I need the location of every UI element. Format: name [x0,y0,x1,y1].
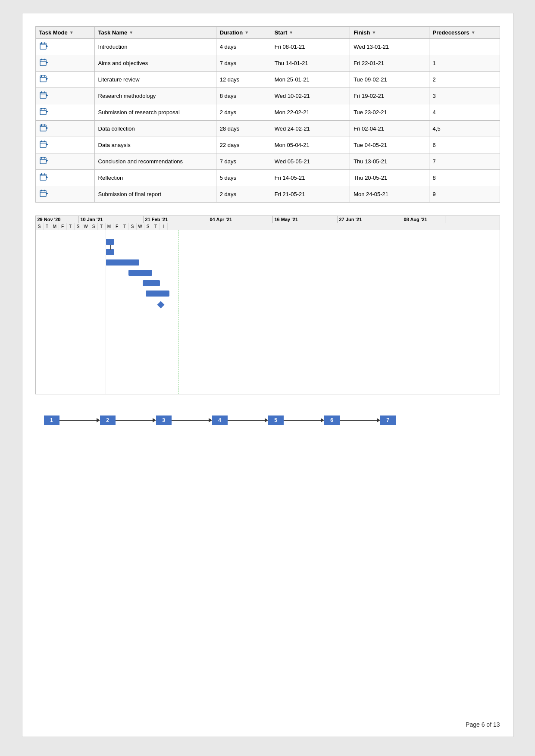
task-name-cell: Submission of research proposal [94,104,216,121]
task-finish-cell: Mon 24-05-21 [350,186,429,203]
svg-rect-11 [41,75,42,77]
task-mode-cell [35,104,94,121]
task-pred-cell: 6 [429,137,500,153]
svg-rect-22 [44,108,45,109]
th-task-name[interactable]: Task Name ▼ [94,27,216,39]
task-name-cell: Aims and objectives [94,55,216,72]
gantt-month-cell: 08 Aug '21 [402,216,445,223]
network-arrow-head [265,418,268,422]
sort-arrow-task-name: ▼ [129,30,133,35]
page-number: Page 6 of 13 [466,721,500,728]
table-row: Introduction 4 days Fri 08-01-21 Wed 13-… [35,39,500,55]
task-mode-cell [35,186,94,203]
gantt-month-cell: 27 Jun '21 [338,216,402,223]
task-mode-icon [39,172,49,182]
svg-rect-7 [44,59,45,60]
task-mode-cell [35,121,94,137]
network-arrow-line [59,420,97,421]
sort-arrow-finish: ▼ [372,30,376,35]
gantt-day-cell: W [137,223,144,230]
gantt-day-cell: S [129,223,137,230]
svg-rect-45 [40,191,46,197]
task-finish-cell: Tue 23-02-21 [350,104,429,121]
table-row: Aims and objectives 7 days Thu 14-01-21 … [35,55,500,72]
task-table: Task Mode ▼ Task Name ▼ Duration ▼ [35,26,500,203]
table-row: Reflection 5 days Fri 14-05-21 Thu 20-05… [35,170,500,186]
svg-rect-25 [40,125,46,131]
th-task-mode[interactable]: Task Mode ▼ [35,27,94,39]
task-mode-icon [39,91,49,100]
network-node: 6 [324,415,340,425]
svg-rect-41 [41,173,42,175]
gantt-day-cell: M [106,223,113,230]
svg-rect-36 [41,157,42,159]
task-mode-cell [35,170,94,186]
gantt-day-cell: S [75,223,82,230]
th-finish[interactable]: Finish ▼ [350,27,429,39]
network-arrow-line [284,420,321,421]
svg-rect-15 [40,92,46,98]
sort-arrow-start: ▼ [289,30,293,35]
task-start-cell: Wed 24-02-21 [271,121,350,137]
svg-rect-6 [41,59,42,60]
task-mode-cell [35,72,94,88]
network-diagram: 1234567 [35,403,500,437]
task-finish-cell: Fri 02-04-21 [350,121,429,137]
network-arrow-head [153,418,156,422]
task-start-cell: Fri 08-01-21 [271,39,350,55]
network-arrow-head [97,418,100,422]
task-duration-cell: 22 days [216,137,271,153]
task-start-cell: Fri 14-05-21 [271,170,350,186]
gantt-day-cell: W [82,223,90,230]
task-start-cell: Mon 05-04-21 [271,137,350,153]
task-mode-icon [39,107,49,116]
svg-rect-0 [40,43,46,49]
task-pred-cell: 9 [429,186,500,203]
gantt-day-cell: T [67,223,75,230]
gantt-day-cell: I [160,223,168,230]
network-node: 3 [156,415,172,425]
th-duration[interactable]: Duration ▼ [216,27,271,39]
gantt-day-cell: T [121,223,129,230]
task-start-cell: Fri 21-05-21 [271,186,350,203]
network-node: 7 [380,415,396,425]
task-duration-cell: 7 days [216,55,271,72]
task-name-cell: Data anaysis [94,137,216,153]
task-start-cell: Wed 05-05-21 [271,153,350,170]
task-name-cell: Literature review [94,72,216,88]
task-duration-cell: 4 days [216,39,271,55]
task-duration-cell: 7 days [216,153,271,170]
network-node: 2 [100,415,116,425]
task-mode-icon [39,74,49,84]
gantt-day-cell: M [51,223,59,230]
svg-rect-47 [44,190,45,191]
task-start-cell: Mon 22-02-21 [271,104,350,121]
task-mode-icon [39,58,49,67]
gantt-bar-4 [128,270,152,276]
gantt-month-row: 29 Nov '2010 Jan '2121 Feb '2104 Apr '21… [36,216,500,223]
gantt-day-cell: F [113,223,121,230]
svg-rect-46 [41,190,42,191]
task-mode-icon [39,140,49,149]
svg-rect-1 [41,42,42,44]
gantt-day-cell: F [59,223,67,230]
gantt-month-cell: 10 Jan '21 [79,216,144,223]
gantt-day-cell: T [98,223,106,230]
task-pred-cell: 1 [429,55,500,72]
network-arrow-head [377,418,380,422]
svg-rect-16 [41,91,42,93]
connector-1-2b [110,249,111,250]
task-pred-cell: 8 [429,170,500,186]
gantt-grid-v1 [106,230,106,394]
th-start[interactable]: Start ▼ [271,27,350,39]
table-row: Submission of final report 2 days Fri 21… [35,186,500,203]
sort-arrow-task-mode: ▼ [69,30,74,35]
gantt-chart: 29 Nov '2010 Jan '2121 Feb '2104 Apr '21… [35,216,500,394]
gantt-day-row: STMFTSWSTMFTSWSTI [36,223,500,230]
table-row: Conclusion and recommendations 7 days We… [35,153,500,170]
page-container: Task Mode ▼ Task Name ▼ Duration ▼ [22,13,513,737]
th-predecessors[interactable]: Predecessors ▼ [429,27,500,39]
task-duration-cell: 28 days [216,121,271,137]
svg-rect-42 [44,173,45,175]
task-name-cell: Submission of final report [94,186,216,203]
